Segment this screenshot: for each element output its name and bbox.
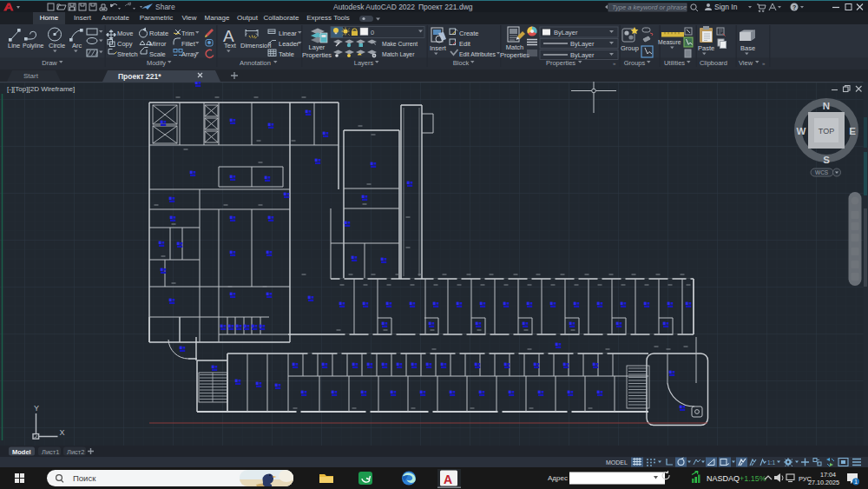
svg-text:Edit: Edit	[459, 40, 471, 48]
svg-text:A: A	[444, 472, 452, 486]
svg-text:Model: Model	[12, 448, 31, 456]
svg-text:X: X	[59, 428, 64, 437]
svg-text:Make Current: Make Current	[382, 41, 418, 47]
svg-text:Trim: Trim	[181, 30, 194, 37]
svg-text:Y: Y	[34, 404, 39, 413]
svg-text:Scale: Scale	[149, 50, 166, 58]
svg-text:Text: Text	[224, 42, 237, 50]
svg-text:Circle: Circle	[49, 42, 65, 50]
svg-text:Layers: Layers	[354, 59, 374, 67]
svg-text:MODEL: MODEL	[606, 459, 628, 466]
svg-text:[-][Top][2D Wireframe]: [-][Top][2D Wireframe]	[7, 85, 75, 93]
svg-text:Mirror: Mirror	[149, 40, 167, 48]
svg-text:Paste: Paste	[698, 44, 714, 52]
svg-text:TOP: TOP	[819, 127, 834, 135]
svg-text:S: S	[823, 155, 830, 165]
svg-text:ByLayer: ByLayer	[554, 29, 578, 36]
svg-text:Проект 221*: Проект 221*	[118, 72, 161, 81]
svg-text:Rotate: Rotate	[149, 30, 168, 37]
svg-text:Dimension: Dimension	[240, 42, 271, 50]
svg-text:Fillet: Fillet	[181, 40, 196, 48]
svg-text:Table: Table	[279, 50, 294, 58]
svg-text:Clipboard: Clipboard	[700, 59, 727, 67]
svg-text:Leader: Leader	[279, 40, 299, 48]
svg-text:ByLayer: ByLayer	[570, 40, 595, 48]
svg-text:Annotation: Annotation	[240, 59, 271, 67]
svg-text:0: 0	[371, 29, 374, 36]
svg-text:Проект 221.dwg: Проект 221.dwg	[418, 3, 473, 11]
svg-text:ByLayer: ByLayer	[570, 51, 595, 59]
svg-text:1:1: 1:1	[767, 459, 775, 466]
svg-text:W: W	[797, 126, 806, 136]
svg-text:N: N	[823, 101, 830, 111]
svg-text:Line: Line	[8, 42, 20, 50]
svg-text:Modify: Modify	[147, 59, 166, 67]
svg-text:Arc: Arc	[72, 42, 82, 50]
svg-text:Move: Move	[117, 30, 133, 37]
svg-text:Measure: Measure	[658, 39, 681, 45]
svg-text:?: ?	[792, 4, 796, 10]
svg-text:View: View	[739, 59, 753, 67]
svg-text:Autodesk AutoCAD 2022: Autodesk AutoCAD 2022	[333, 3, 415, 11]
svg-text:17:04: 17:04	[820, 471, 836, 479]
svg-text:Draw: Draw	[42, 59, 57, 67]
svg-text:Insert: Insert	[430, 44, 447, 52]
svg-text:Properties: Properties	[302, 51, 332, 59]
svg-text:Create: Create	[459, 30, 479, 37]
svg-text:Лист1: Лист1	[42, 448, 59, 456]
svg-text:Type a keyword or phrase: Type a keyword or phrase	[612, 3, 687, 11]
svg-text:1: 1	[854, 479, 858, 485]
svg-text:Groups: Groups	[624, 59, 646, 67]
svg-text:Copy: Copy	[117, 40, 133, 48]
svg-text:Лист2: Лист2	[67, 448, 84, 456]
svg-text:Sign In: Sign In	[714, 3, 738, 11]
svg-text:Polyline: Polyline	[23, 43, 44, 50]
svg-text:Поиск: Поиск	[73, 473, 96, 483]
svg-text:Linear: Linear	[279, 30, 297, 37]
svg-text:Match Layer: Match Layer	[382, 51, 415, 58]
svg-text:WCS: WCS	[815, 169, 829, 175]
svg-text:Stretch: Stretch	[117, 50, 138, 58]
svg-text:NASDAQ: NASDAQ	[707, 474, 740, 483]
svg-text:Utilities: Utilities	[664, 59, 685, 67]
svg-text:Start: Start	[23, 72, 39, 80]
svg-text:27.10.2025: 27.10.2025	[808, 479, 839, 486]
svg-text:Base: Base	[740, 44, 755, 52]
svg-text:Edit Attributes: Edit Attributes	[459, 51, 496, 57]
svg-text:Share: Share	[155, 3, 175, 11]
svg-text:Block: Block	[453, 59, 470, 67]
svg-text:Array: Array	[181, 50, 197, 58]
svg-text:Properties: Properties	[546, 59, 575, 67]
svg-text:Group: Group	[621, 44, 639, 52]
svg-text:E: E	[849, 126, 856, 136]
svg-text:Properties: Properties	[500, 51, 529, 59]
svg-text:Адрес: Адрес	[548, 474, 568, 482]
svg-text:+1.15%: +1.15%	[740, 474, 766, 483]
